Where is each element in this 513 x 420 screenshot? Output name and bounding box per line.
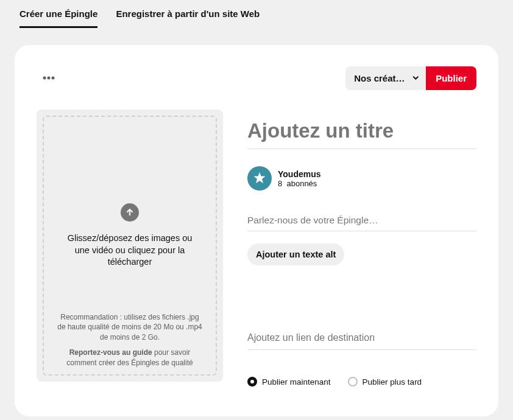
profile-name: Youdemus <box>278 169 321 179</box>
profile-info: Youdemus 8 abonnés <box>278 169 321 188</box>
more-options-button[interactable] <box>37 66 61 90</box>
upload-recommendation: Recommandation : utilisez des fichiers .… <box>54 312 206 343</box>
svg-marker-3 <box>254 172 266 183</box>
profile-followers: 8 abonnés <box>278 179 321 188</box>
add-alt-text-button[interactable]: Ajouter un texte alt <box>247 243 344 265</box>
upload-column: Glissez/déposez des images ou une vidéo … <box>37 110 223 387</box>
radio-publish-now[interactable]: Publier maintenant <box>247 377 331 387</box>
avatar <box>247 166 272 191</box>
tab-save-from-web[interactable]: Enregistrer à partir d'un site Web <box>116 9 260 28</box>
board-selected-label: Nos créations <box>354 73 407 83</box>
svg-point-0 <box>43 77 46 80</box>
upload-dropzone[interactable]: Glissez/déposez des images ou une vidéo … <box>43 116 217 376</box>
ellipsis-icon <box>43 76 55 80</box>
form-column: Youdemus 8 abonnés Ajouter un texte alt … <box>247 110 476 387</box>
upload-area: Glissez/déposez des images ou une vidéo … <box>37 110 223 382</box>
destination-link-input[interactable] <box>247 329 476 350</box>
title-input[interactable] <box>247 117 476 149</box>
radio-icon <box>348 377 358 387</box>
tab-create-pin[interactable]: Créer une Épingle <box>19 9 97 28</box>
radio-label: Publier plus tard <box>363 377 422 387</box>
upload-instructions: Glissez/déposez des images ou une vidéo … <box>54 233 206 268</box>
guide-link-text[interactable]: Reportez-vous au guide <box>69 348 152 357</box>
radio-icon <box>247 377 257 387</box>
publish-button[interactable]: Publier <box>426 66 476 90</box>
publish-timing-radios: Publier maintenant Publier plus tard <box>247 377 476 387</box>
radio-publish-later[interactable]: Publier plus tard <box>348 377 422 387</box>
publish-controls: Nos créations Publier <box>345 66 476 90</box>
description-input[interactable] <box>247 211 476 231</box>
svg-point-1 <box>48 77 51 80</box>
upload-icon <box>121 203 139 222</box>
create-pin-card: Nos créations Publier Glissez/déposez de… <box>15 45 498 416</box>
tabs-bar: Créer une Épingle Enregistrer à partir d… <box>0 0 513 28</box>
chevron-down-icon <box>412 74 419 82</box>
upload-guide: Reportez-vous au guide pour savoir comme… <box>54 348 206 368</box>
card-toolbar: Nos créations Publier <box>37 66 476 90</box>
radio-label: Publier maintenant <box>262 377 331 387</box>
svg-point-2 <box>52 77 55 80</box>
board-selector[interactable]: Nos créations <box>345 66 426 90</box>
content-columns: Glissez/déposez des images ou une vidéo … <box>37 110 476 387</box>
author-profile: Youdemus 8 abonnés <box>247 166 476 191</box>
